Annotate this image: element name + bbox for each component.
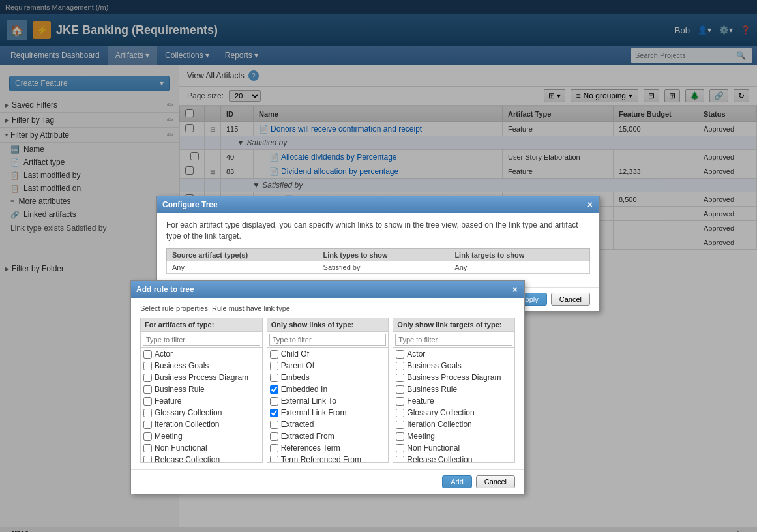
list-item[interactable]: Iteration Collection <box>393 419 514 430</box>
add-rule-title: Add rule to tree <box>136 285 194 294</box>
list-item-checkbox[interactable] <box>143 421 152 429</box>
list-item-label: Child Of <box>281 349 309 359</box>
list-item[interactable]: External Link To <box>267 395 389 407</box>
list-item[interactable]: Actor <box>141 348 262 360</box>
list-item-checkbox[interactable] <box>143 385 152 394</box>
list-item-checkbox[interactable] <box>396 432 404 441</box>
list-item-label: Iteration Collection <box>407 420 471 429</box>
list-item-label: Business Goals <box>155 361 209 370</box>
list-item[interactable]: Extracted From <box>267 430 389 442</box>
list-item-checkbox[interactable] <box>270 350 278 359</box>
list-item-checkbox[interactable] <box>270 409 278 417</box>
list-item[interactable]: Extracted <box>267 419 389 430</box>
list-item-label: References Term <box>281 443 340 452</box>
list-item-checkbox[interactable] <box>270 385 278 394</box>
list-item[interactable]: References Term <box>267 442 389 454</box>
list-item-checkbox[interactable] <box>270 397 278 406</box>
list-item-checkbox[interactable] <box>270 421 278 429</box>
col3-panel: Only show link targets of type: ActorBus… <box>393 318 515 463</box>
list-item-checkbox[interactable] <box>396 385 404 394</box>
add-rule-title-bar: Add rule to tree × <box>131 281 524 298</box>
list-item-checkbox[interactable] <box>396 374 404 382</box>
configure-tree-close-btn[interactable]: × <box>586 200 594 210</box>
add-rule-add-btn[interactable]: Add <box>442 475 472 488</box>
list-item-label: Feature <box>407 396 434 406</box>
list-item[interactable]: Release Collection <box>393 454 514 462</box>
list-item-checkbox[interactable] <box>396 456 404 463</box>
list-item[interactable]: Non Functional <box>141 442 262 454</box>
list-item[interactable]: Parent Of <box>267 360 389 372</box>
list-item[interactable]: Meeting <box>393 430 514 442</box>
list-item-checkbox[interactable] <box>143 362 152 370</box>
list-item[interactable]: Business Rule <box>393 383 514 395</box>
col1-filter-input[interactable] <box>143 334 260 346</box>
list-item[interactable]: Glossary Collection <box>393 407 514 419</box>
list-item[interactable]: Business Process Diagram <box>141 372 262 383</box>
list-item-checkbox[interactable] <box>270 456 278 463</box>
list-item-label: Business Rule <box>407 385 457 394</box>
add-rule-body: Select rule properties. Rule must have l… <box>131 298 524 469</box>
add-rule-cancel-btn[interactable]: Cancel <box>476 475 515 488</box>
list-item-checkbox[interactable] <box>143 444 152 452</box>
list-item-checkbox[interactable] <box>396 362 404 370</box>
list-item[interactable]: Feature <box>141 395 262 407</box>
list-item-label: Iteration Collection <box>155 420 219 429</box>
col3-filter-input[interactable] <box>395 334 512 346</box>
list-item-label: Extracted From <box>281 432 334 441</box>
list-item[interactable]: Embeds <box>267 372 389 383</box>
list-item-checkbox[interactable] <box>143 409 152 417</box>
list-item[interactable]: Child Of <box>267 348 389 360</box>
list-item[interactable]: Non Functional <box>393 442 514 454</box>
col3-list: ActorBusiness GoalsBusiness Process Diag… <box>393 348 514 462</box>
list-item-label: Term Referenced From <box>281 455 361 462</box>
list-item-checkbox[interactable] <box>143 374 152 382</box>
list-item-checkbox[interactable] <box>143 397 152 406</box>
list-item-checkbox[interactable] <box>396 409 404 417</box>
list-item[interactable]: Business Process Diagram <box>393 372 514 383</box>
list-item-checkbox[interactable] <box>143 432 152 441</box>
add-rule-close-btn[interactable]: × <box>511 284 519 295</box>
config-table: Source artifact type(s) Link types to sh… <box>166 248 590 274</box>
list-item[interactable]: Business Rule <box>141 383 262 395</box>
list-item-checkbox[interactable] <box>270 374 278 382</box>
list-item-checkbox[interactable] <box>270 444 278 452</box>
list-item[interactable]: Meeting <box>141 430 262 442</box>
list-item[interactable]: Glossary Collection <box>141 407 262 419</box>
configure-tree-desc: For each artifact type displayed, you ca… <box>166 220 590 242</box>
list-item[interactable]: Feature <box>393 395 514 407</box>
col1-header: For artifacts of type: <box>141 318 262 332</box>
configure-tree-cancel-btn[interactable]: Cancel <box>551 293 590 306</box>
list-item-label: Meeting <box>407 432 435 441</box>
list-item-label: External Link To <box>281 396 336 406</box>
add-rule-desc: Select rule properties. Rule must have l… <box>140 304 515 312</box>
list-item-checkbox[interactable] <box>396 397 404 406</box>
list-item[interactable]: Embedded In <box>267 383 389 395</box>
config-col-targets: Link targets to show <box>449 248 590 261</box>
list-item-checkbox[interactable] <box>396 421 404 429</box>
list-item[interactable]: Business Goals <box>141 360 262 372</box>
list-item-checkbox[interactable] <box>143 350 152 359</box>
list-item-label: Business Process Diagram <box>407 373 501 382</box>
col2-filter-input[interactable] <box>269 334 387 346</box>
list-item-label: Business Goals <box>407 361 461 370</box>
col2-list: Child OfParent OfEmbedsEmbedded InExtern… <box>267 348 389 462</box>
list-item[interactable]: Business Goals <box>393 360 514 372</box>
configure-tree-title: Configure Tree <box>162 200 218 209</box>
list-item[interactable]: Actor <box>393 348 514 360</box>
col2-filter <box>267 332 389 348</box>
col1-panel: For artifacts of type: ActorBusiness Goa… <box>140 318 263 463</box>
list-item[interactable]: Term Referenced From <box>267 454 389 462</box>
list-item-checkbox[interactable] <box>396 350 404 359</box>
list-item[interactable]: Iteration Collection <box>141 419 262 430</box>
list-item-checkbox[interactable] <box>270 432 278 441</box>
list-item[interactable]: Release Collection <box>141 454 262 462</box>
list-item-label: Extracted <box>281 420 314 429</box>
col3-header: Only show link targets of type: <box>393 318 514 332</box>
add-rule-dialog: Add rule to tree × Select rule propertie… <box>130 280 525 494</box>
list-item-checkbox[interactable] <box>143 456 152 463</box>
add-rule-footer: Add Cancel <box>131 469 524 494</box>
list-item[interactable]: External Link From <box>267 407 389 419</box>
list-item-checkbox[interactable] <box>396 444 404 452</box>
list-item-checkbox[interactable] <box>270 362 278 370</box>
list-item-label: Actor <box>407 349 425 359</box>
